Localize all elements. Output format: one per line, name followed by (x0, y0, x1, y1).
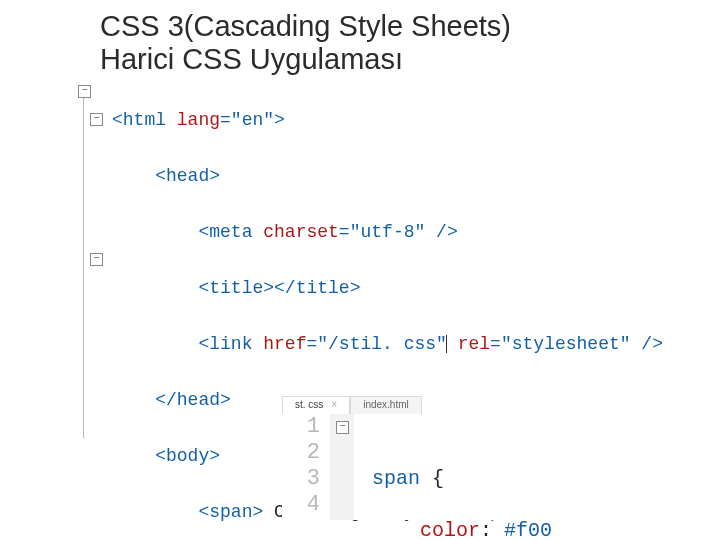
fold-minus-icon[interactable]: − (90, 113, 103, 126)
fold-minus-icon[interactable]: − (78, 85, 91, 98)
code-line: <head> (112, 162, 663, 190)
slide: CSS 3(Cascading Style Sheets) Harici CSS… (0, 0, 720, 540)
css-line-gutter: 1 2 3 4 (282, 414, 328, 520)
tab-stil-css[interactable]: st. css× (282, 396, 350, 414)
css-code: span { color: #f00 font-weight } (372, 414, 720, 520)
fold-minus-icon[interactable]: − (336, 421, 349, 434)
html-fold-gutter: − − − (70, 78, 106, 458)
code-line: color: #f00 (372, 518, 720, 540)
code-line: <title></title> (112, 274, 663, 302)
subtitle: Harici CSS Uygulaması (100, 43, 700, 76)
css-fold-gutter: − (330, 414, 354, 520)
line-number: 2 (282, 440, 320, 466)
fold-minus-icon[interactable]: − (90, 253, 103, 266)
close-icon[interactable]: × (331, 399, 337, 410)
code-line: <meta charset="utf-8" /> (112, 218, 663, 246)
tab-index-html[interactable]: index.html (350, 396, 422, 414)
line-number: 1 (282, 414, 320, 440)
line-number: 3 (282, 466, 320, 492)
code-line: span { (372, 466, 720, 492)
line-number: 4 (282, 492, 320, 518)
css-editor: st. css× index.html 1 2 3 4 − span { col… (282, 396, 720, 520)
code-line: <link href="/stil. css" rel="stylesheet"… (112, 330, 663, 358)
title: CSS 3(Cascading Style Sheets) (100, 10, 700, 43)
tab-bar: st. css× index.html (282, 396, 720, 414)
code-line: <html lang="en"> (112, 106, 663, 134)
